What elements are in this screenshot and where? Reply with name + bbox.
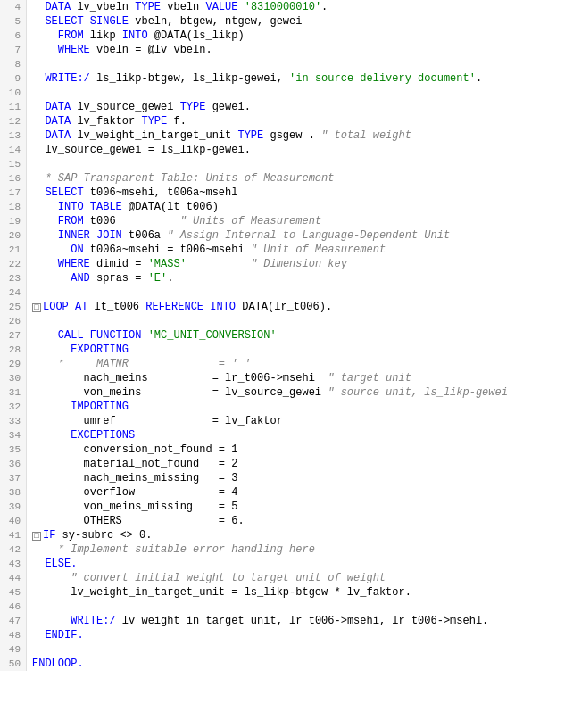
table-row: 45 lv_weight_in_target_unit = ls_likp-bt…	[0, 585, 573, 600]
table-row: 32 IMPORTING	[0, 400, 573, 414]
line-content: DATA lv_source_gewei TYPE gewei.	[27, 100, 573, 114]
table-row: 33 umref = lv_faktor	[0, 414, 573, 428]
line-number: 31	[0, 385, 27, 400]
table-row: 35 conversion_not_found = 1	[0, 443, 573, 457]
line-content	[27, 600, 573, 614]
comment-token: " convert initial weight to target unit …	[71, 572, 386, 584]
plain-token: t006	[84, 215, 180, 228]
kw-token: WHERE	[58, 44, 90, 56]
line-number: 16	[0, 171, 27, 186]
line-content: conversion_not_found = 1	[27, 443, 573, 457]
line-number: 5	[0, 14, 27, 29]
line-number: 15	[0, 157, 27, 171]
kw-token: TYPE	[237, 129, 263, 142]
kw-token: TYPE	[141, 115, 167, 128]
line-content	[27, 86, 573, 100]
line-number: 29	[0, 357, 27, 371]
line-number: 18	[0, 200, 27, 214]
line-number: 39	[0, 500, 27, 514]
table-row: 25□LOOP AT lt_t006 REFERENCE INTO DATA(l…	[0, 300, 573, 314]
kw-token: WHERE	[58, 258, 90, 270]
plain-token	[237, 1, 244, 13]
str-token: 'E'	[148, 272, 168, 285]
line-number: 4	[0, 0, 27, 14]
plain-token: conversion_not_found = 1	[84, 443, 238, 456]
table-row: 38 overflow = 4	[0, 485, 573, 500]
plain-token: dimid =	[90, 258, 148, 270]
str-token: 'in source delivery document'	[289, 72, 476, 85]
table-row: 12 DATA lv_faktor TYPE f.	[0, 114, 573, 128]
plain-token: lv_source_gewei	[71, 101, 179, 113]
line-content: * MATNR = ' '	[27, 357, 573, 371]
plain-token: gsgew .	[263, 129, 321, 142]
kw-token: EXCEPTIONS	[71, 429, 135, 442]
line-content: DATA lv_faktor TYPE f.	[27, 114, 573, 128]
line-number: 13	[0, 128, 27, 143]
plain-token: vbeln, btgew, ntgew, gewei	[129, 15, 302, 28]
str-token: 'MASS'	[148, 258, 187, 270]
kw-token: VALUE	[205, 1, 237, 13]
line-content: material_not_found = 2	[27, 457, 573, 471]
table-row: 5 SELECT SINGLE vbeln, btgew, ntgew, gew…	[0, 14, 573, 29]
line-content: nach_meins_missing = 3	[27, 471, 573, 485]
line-content: WHERE vbeln = @lv_vbeln.	[27, 43, 573, 57]
line-content	[27, 285, 573, 300]
line-content	[27, 157, 573, 171]
table-row: 48 ENDIF.	[0, 628, 573, 642]
line-content: DATA lv_vbeln TYPE vbeln VALUE '83100000…	[27, 0, 573, 14]
line-content: □LOOP AT lt_t006 REFERENCE INTO DATA(lr_…	[27, 300, 573, 314]
table-row: 50ENDLOOP.	[0, 657, 573, 671]
line-number: 9	[0, 71, 27, 86]
kw-token: LOOP AT	[43, 301, 87, 313]
line-content: EXPORTING	[27, 343, 573, 357]
plain-token: vbeln	[161, 1, 205, 13]
plain-token: t006~msehi, t006a~msehl	[84, 186, 238, 199]
plain-token: vbeln = @lv_vbeln.	[90, 44, 212, 56]
collapse-icon[interactable]: □	[32, 532, 41, 541]
line-number: 14	[0, 143, 27, 157]
line-number: 7	[0, 43, 27, 57]
collapse-icon[interactable]: □	[32, 303, 41, 312]
plain-token: material_not_found = 2	[84, 458, 238, 470]
kw-token: IMPORTING	[71, 401, 129, 413]
table-row: 49	[0, 642, 573, 657]
kw-token: ELSE.	[45, 558, 77, 570]
plain-token: @DATA(lt_t006)	[122, 201, 219, 213]
plain-token: t006a~msehi = t006~msehi	[84, 244, 251, 256]
kw-token: REFERENCE INTO	[145, 301, 236, 313]
line-content	[27, 314, 573, 328]
plain-token: gewei.	[205, 101, 250, 113]
table-row: 4 DATA lv_vbeln TYPE vbeln VALUE '831000…	[0, 0, 573, 14]
kw-token: AND	[71, 272, 90, 285]
line-number: 20	[0, 228, 27, 243]
line-content	[27, 57, 573, 71]
plain-token: spras =	[90, 272, 148, 285]
kw-token: DATA	[45, 129, 71, 142]
line-number: 48	[0, 628, 27, 642]
table-row: 28 EXPORTING	[0, 343, 573, 357]
plain-token: von_meins = lv_source_gewei	[84, 386, 328, 399]
line-content: EXCEPTIONS	[27, 428, 573, 443]
line-number: 17	[0, 186, 27, 200]
line-number: 30	[0, 371, 27, 385]
plain-token: ls_likp-btgew, ls_likp-gewei,	[90, 72, 289, 85]
line-content: lv_source_gewei = ls_likp-gewei.	[27, 143, 573, 157]
table-row: 47 WRITE:/ lv_weight_in_target_unit, lr_…	[0, 614, 573, 628]
plain-token: f.	[167, 115, 187, 128]
comment-token: " Unit of Measurement	[251, 244, 386, 256]
line-number: 28	[0, 343, 27, 357]
table-row: 10	[0, 86, 573, 100]
table-row: 27 CALL FUNCTION 'MC_UNIT_CONVERSION'	[0, 328, 573, 343]
line-content: von_meins_missing = 5	[27, 500, 573, 514]
plain-token: von_meins_missing = 5	[84, 500, 238, 513]
line-number: 47	[0, 614, 27, 628]
kw-token: DATA	[45, 1, 71, 13]
line-number: 40	[0, 514, 27, 528]
line-content: von_meins = lv_source_gewei " source uni…	[27, 385, 573, 400]
table-row: 7 WHERE vbeln = @lv_vbeln.	[0, 43, 573, 57]
comment-token: " Dimension key	[251, 258, 347, 270]
comment-token: " source unit, ls_likp-gewei	[328, 386, 508, 399]
line-content: SELECT t006~msehi, t006a~msehl	[27, 186, 573, 200]
line-number: 8	[0, 57, 27, 71]
line-number: 10	[0, 86, 27, 100]
